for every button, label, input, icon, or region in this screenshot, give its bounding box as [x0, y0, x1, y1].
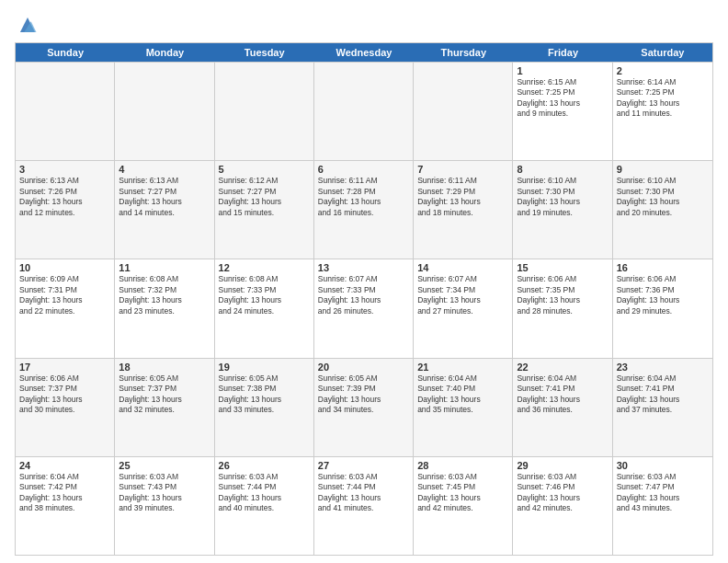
- day-info: Sunrise: 6:05 AM Sunset: 7:38 PM Dayligh…: [219, 373, 310, 416]
- day-info: Sunrise: 6:08 AM Sunset: 7:32 PM Dayligh…: [119, 274, 210, 316]
- header: [15, 9, 713, 35]
- day-info: Sunrise: 6:03 AM Sunset: 7:45 PM Dayligh…: [417, 472, 508, 514]
- header-day-monday: Monday: [115, 43, 214, 62]
- day-number: 14: [417, 262, 508, 273]
- calendar-cell-day-11: 11Sunrise: 6:08 AM Sunset: 7:32 PM Dayli…: [115, 259, 214, 357]
- day-number: 21: [417, 362, 508, 373]
- calendar-cell-empty: [115, 63, 214, 160]
- day-info: Sunrise: 6:11 AM Sunset: 7:29 PM Dayligh…: [417, 176, 508, 218]
- calendar-cell-day-19: 19Sunrise: 6:05 AM Sunset: 7:38 PM Dayli…: [215, 359, 314, 456]
- calendar-cell-day-27: 27Sunrise: 6:03 AM Sunset: 7:44 PM Dayli…: [314, 457, 414, 555]
- day-info: Sunrise: 6:03 AM Sunset: 7:44 PM Dayligh…: [219, 472, 310, 514]
- day-number: 27: [318, 460, 409, 471]
- calendar-cell-day-18: 18Sunrise: 6:05 AM Sunset: 7:37 PM Dayli…: [115, 359, 214, 456]
- day-number: 13: [318, 262, 409, 273]
- day-info: Sunrise: 6:12 AM Sunset: 7:27 PM Dayligh…: [219, 176, 310, 218]
- day-number: 5: [219, 164, 310, 175]
- calendar-cell-day-15: 15Sunrise: 6:06 AM Sunset: 7:35 PM Dayli…: [513, 259, 612, 357]
- day-info: Sunrise: 6:13 AM Sunset: 7:27 PM Dayligh…: [119, 176, 210, 218]
- header-day-sunday: Sunday: [16, 43, 115, 62]
- calendar-cell-empty: [314, 63, 414, 160]
- calendar-cell-day-29: 29Sunrise: 6:03 AM Sunset: 7:46 PM Dayli…: [513, 457, 612, 555]
- day-number: 29: [517, 460, 608, 471]
- calendar-cell-day-8: 8Sunrise: 6:10 AM Sunset: 7:30 PM Daylig…: [513, 161, 612, 259]
- day-number: 25: [119, 460, 210, 471]
- day-number: 3: [19, 164, 110, 175]
- day-info: Sunrise: 6:13 AM Sunset: 7:26 PM Dayligh…: [19, 176, 110, 218]
- day-info: Sunrise: 6:05 AM Sunset: 7:39 PM Dayligh…: [318, 373, 409, 416]
- day-info: Sunrise: 6:14 AM Sunset: 7:25 PM Dayligh…: [617, 77, 709, 120]
- calendar-body: 1Sunrise: 6:15 AM Sunset: 7:25 PM Daylig…: [16, 62, 712, 555]
- day-info: Sunrise: 6:03 AM Sunset: 7:46 PM Dayligh…: [517, 472, 608, 514]
- day-info: Sunrise: 6:06 AM Sunset: 7:37 PM Dayligh…: [19, 373, 110, 416]
- day-info: Sunrise: 6:15 AM Sunset: 7:25 PM Dayligh…: [517, 77, 608, 120]
- calendar-cell-day-1: 1Sunrise: 6:15 AM Sunset: 7:25 PM Daylig…: [513, 63, 612, 160]
- day-info: Sunrise: 6:05 AM Sunset: 7:37 PM Dayligh…: [119, 373, 210, 416]
- calendar-row-5: 24Sunrise: 6:04 AM Sunset: 7:42 PM Dayli…: [16, 456, 712, 555]
- calendar-cell-day-28: 28Sunrise: 6:03 AM Sunset: 7:45 PM Dayli…: [414, 457, 513, 555]
- day-info: Sunrise: 6:04 AM Sunset: 7:41 PM Dayligh…: [617, 373, 709, 416]
- calendar-cell-day-22: 22Sunrise: 6:04 AM Sunset: 7:41 PM Dayli…: [513, 359, 612, 456]
- day-info: Sunrise: 6:09 AM Sunset: 7:31 PM Dayligh…: [19, 274, 110, 316]
- day-number: 2: [617, 65, 709, 76]
- calendar-cell-day-16: 16Sunrise: 6:06 AM Sunset: 7:36 PM Dayli…: [613, 259, 712, 357]
- day-number: 28: [417, 460, 508, 471]
- calendar-cell-day-13: 13Sunrise: 6:07 AM Sunset: 7:33 PM Dayli…: [314, 259, 414, 357]
- calendar-row-3: 10Sunrise: 6:09 AM Sunset: 7:31 PM Dayli…: [16, 259, 712, 357]
- calendar-cell-day-26: 26Sunrise: 6:03 AM Sunset: 7:44 PM Dayli…: [215, 457, 314, 555]
- header-day-thursday: Thursday: [414, 43, 513, 62]
- day-number: 8: [517, 164, 608, 175]
- day-info: Sunrise: 6:10 AM Sunset: 7:30 PM Dayligh…: [517, 176, 608, 218]
- header-day-wednesday: Wednesday: [314, 43, 414, 62]
- day-info: Sunrise: 6:04 AM Sunset: 7:41 PM Dayligh…: [517, 373, 608, 416]
- calendar-cell-day-14: 14Sunrise: 6:07 AM Sunset: 7:34 PM Dayli…: [414, 259, 513, 357]
- calendar-cell-empty: [215, 63, 314, 160]
- calendar-cell-day-30: 30Sunrise: 6:03 AM Sunset: 7:47 PM Dayli…: [613, 457, 712, 555]
- day-info: Sunrise: 6:10 AM Sunset: 7:30 PM Dayligh…: [617, 176, 709, 218]
- header-day-saturday: Saturday: [613, 43, 712, 62]
- calendar-cell-day-7: 7Sunrise: 6:11 AM Sunset: 7:29 PM Daylig…: [414, 161, 513, 259]
- day-number: 30: [617, 460, 709, 471]
- calendar-cell-day-3: 3Sunrise: 6:13 AM Sunset: 7:26 PM Daylig…: [16, 161, 115, 259]
- calendar-cell-day-21: 21Sunrise: 6:04 AM Sunset: 7:40 PM Dayli…: [414, 359, 513, 456]
- calendar-cell-day-2: 2Sunrise: 6:14 AM Sunset: 7:25 PM Daylig…: [613, 63, 712, 160]
- day-info: Sunrise: 6:03 AM Sunset: 7:43 PM Dayligh…: [119, 472, 210, 514]
- calendar-cell-day-6: 6Sunrise: 6:11 AM Sunset: 7:28 PM Daylig…: [314, 161, 414, 259]
- calendar-row-1: 1Sunrise: 6:15 AM Sunset: 7:25 PM Daylig…: [16, 62, 712, 160]
- calendar-header: SundayMondayTuesdayWednesdayThursdayFrid…: [16, 43, 712, 62]
- logo-icon: [17, 15, 38, 35]
- calendar-cell-day-9: 9Sunrise: 6:10 AM Sunset: 7:30 PM Daylig…: [613, 161, 712, 259]
- day-info: Sunrise: 6:06 AM Sunset: 7:36 PM Dayligh…: [617, 274, 709, 316]
- day-info: Sunrise: 6:03 AM Sunset: 7:47 PM Dayligh…: [617, 472, 709, 514]
- day-number: 11: [119, 262, 210, 273]
- day-number: 26: [219, 460, 310, 471]
- day-number: 4: [119, 164, 210, 175]
- calendar: SundayMondayTuesdayWednesdayThursdayFrid…: [15, 42, 713, 556]
- calendar-row-4: 17Sunrise: 6:06 AM Sunset: 7:37 PM Dayli…: [16, 358, 712, 456]
- calendar-cell-day-4: 4Sunrise: 6:13 AM Sunset: 7:27 PM Daylig…: [115, 161, 214, 259]
- day-number: 15: [517, 262, 608, 273]
- day-info: Sunrise: 6:11 AM Sunset: 7:28 PM Dayligh…: [318, 176, 409, 218]
- calendar-cell-day-25: 25Sunrise: 6:03 AM Sunset: 7:43 PM Dayli…: [115, 457, 214, 555]
- day-info: Sunrise: 6:06 AM Sunset: 7:35 PM Dayligh…: [517, 274, 608, 316]
- calendar-cell-empty: [16, 63, 115, 160]
- day-info: Sunrise: 6:04 AM Sunset: 7:42 PM Dayligh…: [19, 472, 110, 514]
- day-number: 6: [318, 164, 409, 175]
- day-number: 22: [517, 362, 608, 373]
- day-number: 19: [219, 362, 310, 373]
- calendar-cell-empty: [414, 63, 513, 160]
- day-info: Sunrise: 6:07 AM Sunset: 7:33 PM Dayligh…: [318, 274, 409, 316]
- day-info: Sunrise: 6:04 AM Sunset: 7:40 PM Dayligh…: [417, 373, 508, 416]
- calendar-cell-day-17: 17Sunrise: 6:06 AM Sunset: 7:37 PM Dayli…: [16, 359, 115, 456]
- day-number: 1: [517, 65, 608, 76]
- calendar-cell-day-24: 24Sunrise: 6:04 AM Sunset: 7:42 PM Dayli…: [16, 457, 115, 555]
- day-number: 12: [219, 262, 310, 273]
- day-number: 23: [617, 362, 709, 373]
- calendar-cell-day-5: 5Sunrise: 6:12 AM Sunset: 7:27 PM Daylig…: [215, 161, 314, 259]
- day-info: Sunrise: 6:03 AM Sunset: 7:44 PM Dayligh…: [318, 472, 409, 514]
- day-number: 20: [318, 362, 409, 373]
- calendar-cell-day-23: 23Sunrise: 6:04 AM Sunset: 7:41 PM Dayli…: [613, 359, 712, 456]
- day-number: 9: [617, 164, 709, 175]
- page: SundayMondayTuesdayWednesdayThursdayFrid…: [0, 0, 728, 563]
- day-info: Sunrise: 6:07 AM Sunset: 7:34 PM Dayligh…: [417, 274, 508, 316]
